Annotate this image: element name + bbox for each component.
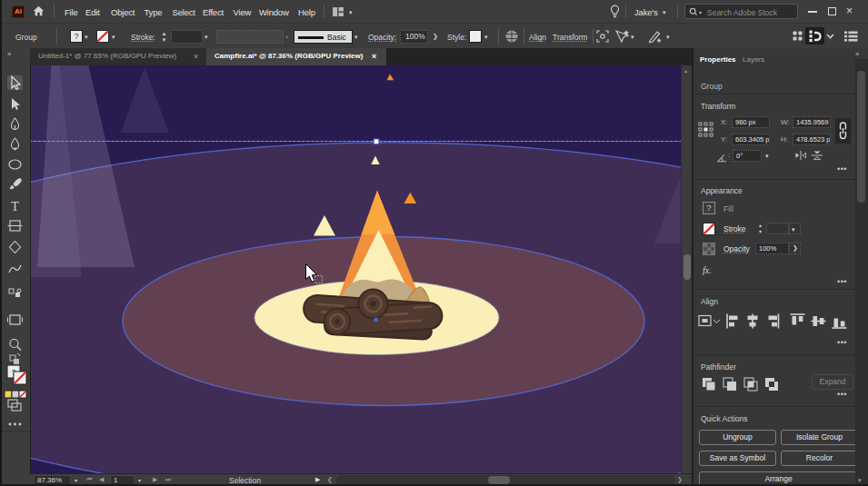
svg-text:T: T [11,200,19,213]
